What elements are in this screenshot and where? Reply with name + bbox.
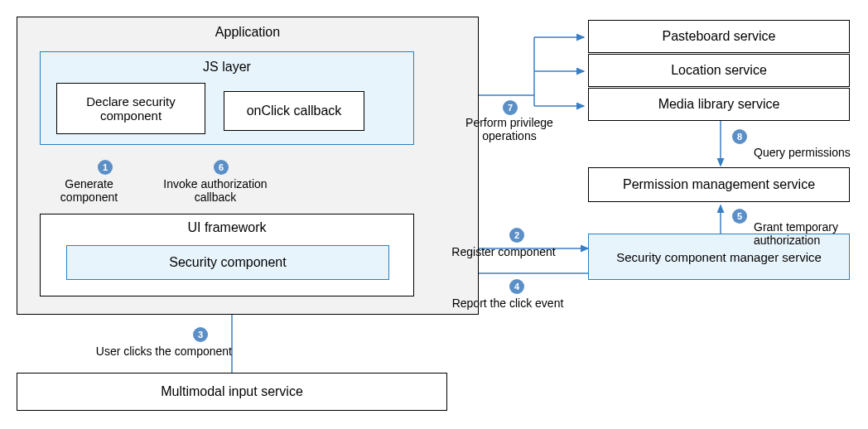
step-label-2: Register component bbox=[429, 245, 578, 258]
step-badge-6: 6 bbox=[214, 160, 229, 175]
step-badge-2: 2 bbox=[509, 228, 524, 243]
step-label-3: User clicks the component bbox=[58, 345, 232, 358]
step-badge-7: 7 bbox=[503, 100, 518, 115]
onclick-callback-label: onClick callback bbox=[247, 104, 342, 118]
permission-mgmt-box: Permission management service bbox=[588, 167, 850, 202]
sec-comp-mgr-label: Security component manager service bbox=[616, 250, 822, 264]
pasteboard-box: Pasteboard service bbox=[588, 20, 850, 53]
multimodal-input-box: Multimodal input service bbox=[17, 373, 447, 411]
step-badge-8: 8 bbox=[732, 129, 747, 144]
application-title: Application bbox=[17, 25, 479, 40]
media-library-label: Media library service bbox=[658, 97, 780, 112]
security-component-box: Security component bbox=[66, 245, 389, 280]
permission-mgmt-label: Permission management service bbox=[623, 177, 815, 192]
step-label-1: Generate component bbox=[50, 177, 128, 204]
step-badge-3: 3 bbox=[193, 327, 208, 342]
step-label-6: Invoke authorization callback bbox=[149, 177, 282, 204]
js-layer-title: JS layer bbox=[40, 60, 414, 75]
step-label-7: Perform privilege operations bbox=[456, 116, 563, 142]
ui-framework-title: UI framework bbox=[40, 220, 414, 235]
security-component-label: Security component bbox=[169, 255, 286, 270]
pasteboard-label: Pasteboard service bbox=[663, 29, 776, 44]
declare-security-box: Declare security component bbox=[56, 83, 205, 134]
location-box: Location service bbox=[588, 54, 850, 87]
step-badge-1: 1 bbox=[98, 160, 113, 175]
step-label-5: Grant temporary authorization bbox=[674, 220, 865, 247]
step-label-4: Report the click event bbox=[437, 296, 578, 310]
step-badge-4: 4 bbox=[509, 279, 524, 294]
multimodal-label: Multimodal input service bbox=[161, 384, 303, 399]
location-label: Location service bbox=[671, 63, 767, 78]
onclick-callback-box: onClick callback bbox=[224, 91, 364, 131]
media-library-box: Media library service bbox=[588, 88, 850, 121]
step-label-8: Query permissions bbox=[729, 146, 861, 159]
declare-security-label: Declare security component bbox=[64, 94, 198, 123]
